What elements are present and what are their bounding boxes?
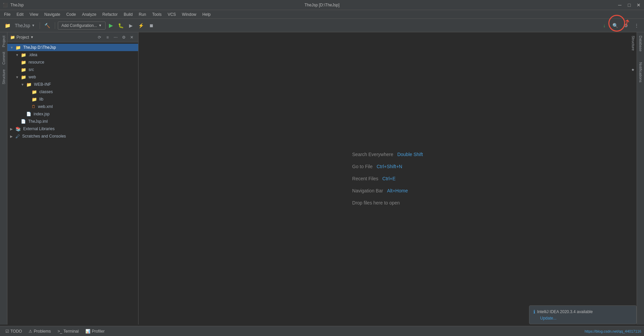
problems-tab[interactable]: ⚠ Problems xyxy=(26,328,53,335)
project-panel: 📁 Project ▼ ⟳ ≡ ⋯ ⚙ ✕ ▼📁TheJsp D:\TheJsp… xyxy=(7,32,138,325)
folder-icon-header: 📁 xyxy=(10,35,15,40)
jsp-file-icon: 📄 xyxy=(26,112,31,116)
stop-btn[interactable]: ⏹ xyxy=(147,21,156,30)
folder-icon: 📁 xyxy=(21,67,26,72)
sidebar-item-structure-left[interactable]: Structure xyxy=(1,67,7,86)
iml-file-icon: 📄 xyxy=(21,119,26,124)
todo-icon: ☑ xyxy=(5,329,9,334)
close-button[interactable]: ✕ xyxy=(636,2,641,8)
menu-item-vcs[interactable]: VCS xyxy=(165,11,179,18)
menu-item-tools[interactable]: Tools xyxy=(150,11,164,18)
notif-title-row: ℹ IntelliJ IDEA 2020.3.4 available xyxy=(533,309,632,314)
todo-tab[interactable]: ☑ TODO xyxy=(3,328,25,335)
close-panel-btn[interactable]: ✕ xyxy=(128,34,135,41)
tree-item[interactable]: ▶🖊Scratches and Consoles xyxy=(7,133,138,140)
maximize-button[interactable]: □ xyxy=(627,2,632,8)
main-editor-area[interactable]: Search Everywhere Double Shift Go to Fil… xyxy=(138,32,637,325)
tree-item-label: Scratches and Consoles xyxy=(22,134,66,139)
tree-item[interactable]: ▶🗒web.xml xyxy=(7,103,138,110)
add-configuration-button[interactable]: Add Configuration... ▼ xyxy=(58,22,106,30)
project-icon-btn[interactable]: 📁 xyxy=(3,21,12,30)
tree-item[interactable]: ▼📁TheJsp D:\TheJsp xyxy=(7,44,138,51)
left-sidebar-tabs: Project Commit Structure xyxy=(0,32,7,325)
toolbar-more-btn[interactable]: ⋮ xyxy=(632,21,641,30)
profile-btn[interactable]: ⚡ xyxy=(136,21,146,30)
favorites-tab[interactable]: ★ xyxy=(631,68,636,72)
tree-item[interactable]: ▶📁lib xyxy=(7,96,138,103)
menu-item-navigate[interactable]: Navigate xyxy=(42,11,63,18)
drop-files-row[interactable]: Drop files here to open xyxy=(352,200,423,206)
folder-icon: 📁 xyxy=(32,97,37,102)
menu-item-window[interactable]: Window xyxy=(179,11,199,18)
menu-item-build[interactable]: Build xyxy=(121,11,135,18)
tree-item[interactable]: ▼📁WEB-INF xyxy=(7,81,138,88)
menu-item-run[interactable]: Run xyxy=(136,11,149,18)
update-link[interactable]: Update... xyxy=(533,316,632,321)
tree-item[interactable]: ▶📚External Libraries xyxy=(7,125,138,133)
show-options-btn[interactable]: ⋯ xyxy=(112,34,119,41)
git-update-btn[interactable]: ↓ xyxy=(600,21,609,30)
toolbar-right: ↓ 🔍 ⚙ ⋮ xyxy=(600,21,641,30)
profiler-label: Profiler xyxy=(92,329,105,334)
sidebar-item-notifications[interactable]: Notifications xyxy=(638,60,644,84)
tree-item[interactable]: ▶📄index.jsp xyxy=(7,110,138,118)
sidebar-item-project[interactable]: Project xyxy=(1,34,7,49)
scratches-icon: 🖊 xyxy=(15,134,20,139)
tree-item[interactable]: ▶📁classes xyxy=(7,88,138,96)
title-center: TheJsp [D:\TheJsp] xyxy=(305,3,339,7)
menu-item-help[interactable]: Help xyxy=(200,11,213,18)
toolbar-search-btn[interactable]: 🔍 xyxy=(610,21,620,30)
build-btn[interactable]: 🔨 xyxy=(43,21,52,30)
info-icon: ℹ xyxy=(533,309,535,314)
tree-item[interactable]: ▼📁web xyxy=(7,73,138,81)
recent-shortcut[interactable]: Ctrl+E xyxy=(383,176,396,181)
welcome-panel: Search Everywhere Double Shift Go to Fil… xyxy=(346,145,430,212)
expand-icon: ▼ xyxy=(15,53,19,57)
xml-file-icon: 🗒 xyxy=(32,104,36,109)
tree-item[interactable]: ▼📁.idea xyxy=(7,51,138,59)
navbar-shortcut[interactable]: Alt+Home xyxy=(387,188,408,193)
toolbar: 📁 TheJsp ▼ 🔨 Add Configuration... ▼ ▶ 🐛 … xyxy=(0,19,644,32)
minimize-button[interactable]: ─ xyxy=(617,2,622,8)
menu-item-refactor[interactable]: Refactor xyxy=(100,11,120,18)
recent-label: Recent Files xyxy=(352,176,378,181)
problems-label: Problems xyxy=(34,329,51,334)
tree-item[interactable]: ▶📁resource xyxy=(7,59,138,66)
folder-icon: 📁 xyxy=(21,60,26,65)
navigation-bar-row: Navigation Bar Alt+Home xyxy=(352,188,423,193)
sync-btn[interactable]: ⟳ xyxy=(96,34,103,41)
add-config-label: Add Configuration... xyxy=(62,23,97,28)
folder-icon: 📁 xyxy=(5,23,10,28)
folder-icon: 📁 xyxy=(21,52,26,58)
project-title-dropdown[interactable]: 📁 Project ▼ xyxy=(10,35,34,40)
app-icon: ⬛ xyxy=(3,3,8,7)
project-dropdown-btn[interactable]: TheJsp ▼ xyxy=(13,21,37,30)
gear-btn[interactable]: ⚙ xyxy=(120,34,127,41)
collapse-all-btn[interactable]: ≡ xyxy=(104,34,111,41)
tree-item[interactable]: ▶📄TheJsp.iml xyxy=(7,118,138,125)
goto-label: Go to File xyxy=(352,164,373,169)
project-header-actions: ⟳ ≡ ⋯ ⚙ ✕ xyxy=(96,34,135,41)
menu-item-file[interactable]: File xyxy=(1,11,13,18)
status-url[interactable]: https://blog.csdn.net/qq_44017116 xyxy=(585,329,641,333)
run-button[interactable]: ▶ xyxy=(106,21,116,30)
terminal-tab[interactable]: >_ Terminal xyxy=(55,328,81,335)
tree-item[interactable]: ▶📁src xyxy=(7,66,138,73)
debug-button[interactable]: 🐛 xyxy=(116,21,126,30)
chevron-down-icon-config: ▼ xyxy=(98,24,102,27)
search-shortcut[interactable]: Double Shift xyxy=(397,152,423,157)
menu-item-code[interactable]: Code xyxy=(64,11,79,18)
run-with-coverage-btn[interactable]: ▶ xyxy=(126,21,136,30)
right-sidebar-tabs: Database Notifications xyxy=(637,32,644,325)
menu-item-analyze[interactable]: Analyze xyxy=(79,11,99,18)
toolbar-settings-btn[interactable]: ⚙ xyxy=(621,21,631,30)
chevron-down-icon-header: ▼ xyxy=(30,35,34,39)
profiler-tab[interactable]: 📊 Profiler xyxy=(83,328,107,335)
sidebar-item-commit[interactable]: Commit xyxy=(1,50,7,67)
sidebar-item-database[interactable]: Database xyxy=(638,34,644,53)
menu-item-edit[interactable]: Edit xyxy=(14,11,26,18)
goto-shortcut[interactable]: Ctrl+Shift+N xyxy=(376,164,402,169)
menu-item-view[interactable]: View xyxy=(27,11,41,18)
recent-files-row: Recent Files Ctrl+E xyxy=(352,176,423,181)
structure-tab[interactable]: Structure xyxy=(631,36,635,51)
